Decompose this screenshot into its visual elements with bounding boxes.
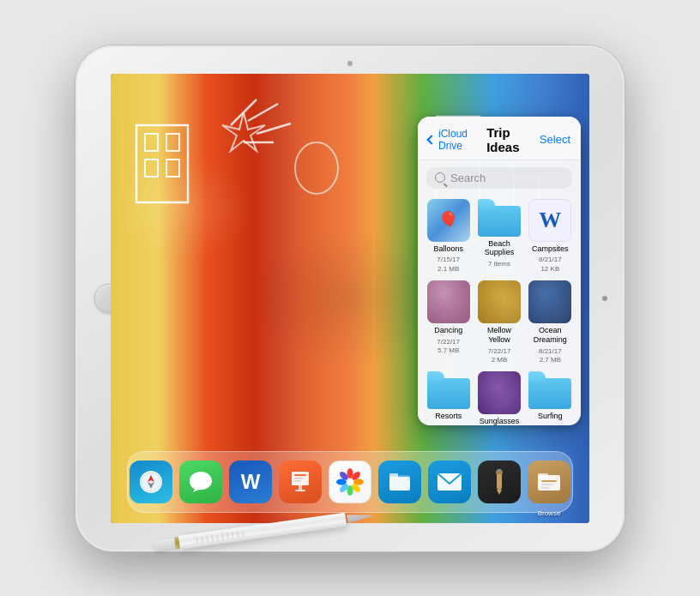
ipad-screen: iCloud Drive Trip Ideas Select Search 🎈 — [111, 74, 589, 523]
svg-rect-46 — [541, 480, 557, 482]
dock-icon-files-browse[interactable]: Browse — [528, 461, 570, 503]
svg-point-35 — [347, 479, 353, 485]
list-item[interactable]: 🎈 Balloons 7/15/172.1 MB — [426, 199, 470, 274]
file-thumbnail-dancing — [427, 280, 470, 323]
file-name: Sunglasses — [480, 417, 520, 424]
files-icon — [386, 468, 413, 496]
file-meta: 7/22/172 MB — [488, 347, 511, 365]
panel-header: iCloud Drive Trip Ideas Select — [418, 117, 581, 160]
dock-icon-mail[interactable] — [428, 461, 471, 503]
dock-icon-word[interactable]: W — [229, 461, 272, 503]
photos-icon — [335, 467, 365, 497]
svg-rect-38 — [389, 473, 398, 479]
file-thumbnail-resorts — [427, 371, 470, 409]
file-name: Mellow Yellow — [477, 326, 521, 345]
dock-icon-safari[interactable] — [130, 461, 172, 503]
file-name: Campsites — [532, 244, 569, 254]
back-button[interactable]: iCloud Drive — [428, 128, 486, 152]
files-browse-icon — [535, 468, 563, 496]
mail-icon — [436, 470, 463, 494]
search-bar[interactable]: Search — [426, 167, 572, 189]
file-meta: 7/15/172.1 MB — [437, 256, 460, 274]
file-thumbnail-sunglasses — [478, 371, 521, 414]
dock: W — [127, 451, 573, 513]
file-meta: 12 items — [436, 424, 462, 424]
file-thumbnail-mellow — [478, 280, 521, 323]
panel-title: Trip Ideas — [486, 125, 540, 154]
right-camera — [602, 296, 607, 301]
file-thumbnail-ocean — [528, 280, 571, 323]
files-grid: 🎈 Balloons 7/15/172.1 MB Beach Supplies … — [418, 194, 581, 425]
dock-icon-photos[interactable] — [329, 461, 371, 503]
file-meta: 7/22/175.7 MB — [437, 338, 460, 356]
svg-rect-45 — [538, 473, 548, 479]
list-item[interactable]: Resorts 12 items — [426, 371, 470, 424]
file-name: Dancing — [434, 326, 462, 335]
dock-icon-keynote[interactable] — [279, 461, 322, 503]
svg-rect-48 — [541, 487, 550, 489]
messages-icon — [188, 469, 214, 495]
file-name: Surfing — [538, 412, 563, 421]
icloud-panel: iCloud Drive Trip Ideas Select Search 🎈 — [418, 117, 581, 425]
keynote-icon — [287, 468, 314, 496]
list-item[interactable]: Mellow Yellow 7/22/172 MB — [477, 280, 521, 364]
back-link-text[interactable]: iCloud Drive — [438, 128, 486, 152]
file-meta: 5 items — [539, 424, 561, 424]
safari-icon — [137, 468, 165, 496]
scene: iCloud Drive Trip Ideas Select Search 🎈 — [0, 0, 700, 596]
pencil-tip — [347, 511, 375, 523]
file-name: Ocean Dreaming — [528, 326, 572, 345]
ipad-shell: iCloud Drive Trip Ideas Select Search 🎈 — [75, 45, 625, 551]
svg-rect-24 — [294, 480, 301, 482]
list-item[interactable]: Surfing 5 items — [528, 371, 572, 424]
svg-rect-25 — [299, 485, 302, 490]
word-icon: W — [241, 470, 261, 494]
file-meta: 7 items — [488, 260, 510, 268]
file-name: Balloons — [433, 244, 463, 254]
list-item[interactable]: W Campsites 8/21/1712 KB — [528, 199, 572, 274]
pencil-app-icon — [486, 468, 512, 496]
svg-rect-43 — [497, 469, 502, 472]
file-thumbnail-balloons: 🎈 — [427, 199, 470, 242]
list-item[interactable]: Beach Supplies 7 items — [477, 199, 521, 274]
dock-icon-pencil-app[interactable] — [478, 461, 521, 503]
search-placeholder: Search — [450, 172, 486, 184]
file-meta: 8/21/172.7 MB — [539, 347, 562, 365]
chevron-left-icon — [426, 135, 436, 144]
file-thumbnail-beach — [478, 199, 521, 237]
file-thumbnail-surfing — [528, 371, 571, 409]
svg-rect-22 — [294, 474, 306, 476]
svg-rect-23 — [294, 478, 303, 479]
file-name: Resorts — [435, 412, 462, 421]
list-item[interactable]: Ocean Dreaming 8/21/172.7 MB — [528, 280, 572, 364]
search-icon — [435, 172, 445, 183]
file-name: Beach Supplies — [477, 239, 521, 258]
svg-rect-37 — [389, 477, 410, 491]
dock-icon-files[interactable] — [378, 461, 421, 503]
file-meta: 8/21/1712 KB — [539, 256, 562, 274]
browse-label: Browse — [538, 509, 561, 517]
svg-rect-47 — [541, 484, 553, 485]
list-item[interactable]: Sunglasses 8/3/172.4 MB — [477, 371, 521, 424]
front-camera — [347, 61, 353, 66]
svg-rect-26 — [295, 490, 305, 491]
svg-marker-41 — [497, 490, 502, 495]
list-item[interactable]: Dancing 7/22/175.7 MB — [426, 280, 470, 364]
select-button[interactable]: Select — [540, 133, 570, 146]
dock-icon-messages[interactable] — [179, 461, 222, 503]
file-thumbnail-campsites: W — [528, 199, 571, 242]
